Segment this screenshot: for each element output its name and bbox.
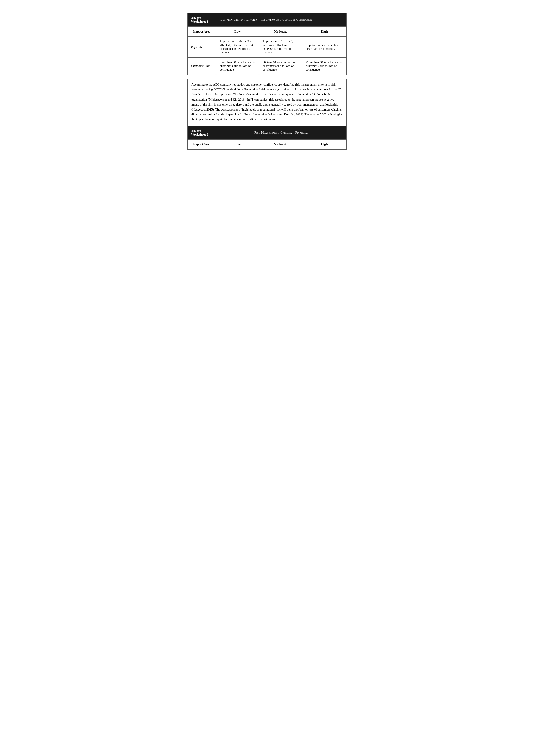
worksheet1-table: Allegro Worksheet 1 Risk Measurement Cri… [187,13,347,75]
customer-loss-low: Less than 30% reduction in customers due… [216,58,259,75]
reputation-moderate: Reputation is damaged, and some effort a… [259,37,302,58]
worksheet2-title: Allegro Worksheet 2 [188,126,216,139]
worksheet1-paragraph: According to the ABC company reputation … [187,79,347,126]
customer-loss-moderate: 30% to 40% reduction in customers due to… [259,58,302,75]
worksheet1-header-right: Risk Measurement Criteria – Reputation a… [216,13,347,27]
col-moderate: Moderate [259,27,302,37]
worksheet1-title-text: Allegro Worksheet 1 [191,16,208,23]
worksheet1-title: Allegro Worksheet 1 [188,13,216,27]
w2-col-low: Low [216,139,259,149]
w2-col-moderate: Moderate [259,139,302,149]
w2-col-high-label: High [321,143,328,146]
col-impact-area: Impact Area [188,27,216,37]
col-impact-area-label: Impact Area [193,30,210,33]
reputation-low: Reputation is minimally affected; little… [216,37,259,58]
col-low-label: Low [235,30,241,33]
reputation-high: Reputation is irrevocably destroyed or d… [302,37,347,58]
reputation-area: Reputation [188,37,216,58]
worksheet1-header-right-text: Risk Measurement Criteria – Reputation a… [220,18,312,21]
col-high-label: High [321,30,328,33]
customer-loss-area: Customer Loss [188,58,216,75]
customer-loss-low-text: Less than 30% reduction in customers due… [220,61,255,71]
customer-loss-moderate-text: 30% to 40% reduction in customers due to… [263,61,295,71]
table-row: Customer Loss Less than 30% reduction in… [188,58,347,75]
worksheet2-table: Allegro Worksheet 2 Risk Measurement Cri… [187,126,347,149]
w2-col-moderate-label: Moderate [274,143,287,146]
worksheet2-title-text: Allegro Worksheet 2 [191,129,208,136]
table-row: Reputation Reputation is minimally affec… [188,37,347,58]
reputation-moderate-text: Reputation is damaged, and some effort a… [263,40,293,54]
w2-col-low-label: Low [235,143,241,146]
worksheet2-header-right-text: Risk Measurement Criteria – Financial [254,131,309,134]
col-moderate-label: Moderate [274,30,287,33]
worksheet2-header-right: Risk Measurement Criteria – Financial [216,126,347,139]
customer-loss-high: More than 40% reduction in customers due… [302,58,347,75]
worksheet1-paragraph-text: According to the ABC company reputation … [191,83,343,121]
customer-loss-label: Customer Loss [191,64,210,68]
reputation-low-text: Reputation is minimally affected; little… [220,40,253,54]
w2-col-impact-area: Impact Area [188,139,216,149]
col-low: Low [216,27,259,37]
w2-col-impact-area-label: Impact Area [193,143,210,146]
col-high: High [302,27,347,37]
reputation-label: Reputation [191,45,205,49]
reputation-high-text: Reputation is irrevocably destroyed or d… [306,43,338,50]
customer-loss-high-text: More than 40% reduction in customers due… [306,61,342,71]
w2-col-high: High [302,139,347,149]
